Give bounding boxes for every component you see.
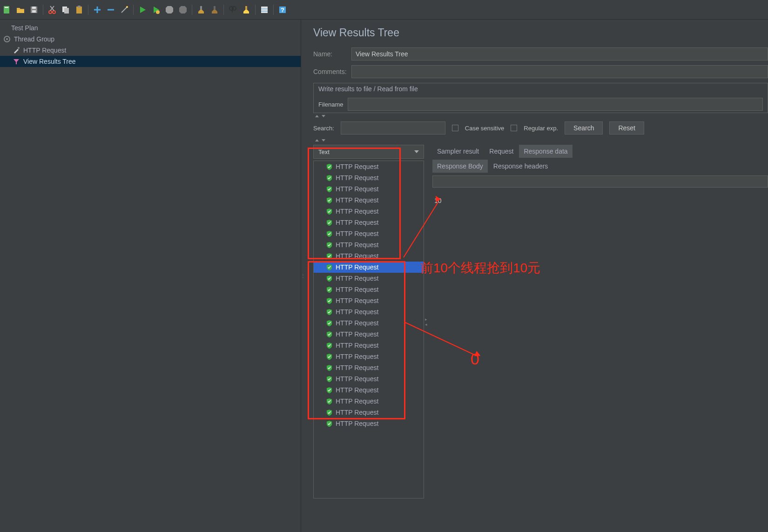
sample-row[interactable]: HTTP Request <box>314 239 424 250</box>
subtab-response-body[interactable]: Response Body <box>432 160 488 173</box>
success-shield-icon <box>326 253 333 260</box>
wand-icon[interactable] <box>118 4 130 16</box>
find-icon[interactable] <box>227 4 239 16</box>
renderer-dropdown[interactable]: Text <box>313 145 424 159</box>
shutdown-icon[interactable] <box>177 4 189 16</box>
stop-icon[interactable] <box>163 4 175 16</box>
page-title: View Results Tree <box>313 27 768 39</box>
clear-icon[interactable] <box>195 4 207 16</box>
paste-icon[interactable] <box>73 4 85 16</box>
sample-row[interactable]: HTTP Request <box>314 217 424 228</box>
function-helper-icon[interactable] <box>258 4 270 16</box>
success-shield-icon <box>326 186 333 193</box>
regex-checkbox[interactable] <box>511 125 517 131</box>
sample-row-label: HTTP Request <box>336 208 378 215</box>
sample-row[interactable]: HTTP Request <box>314 195 424 206</box>
success-shield-icon <box>326 208 333 215</box>
success-shield-icon <box>326 398 333 405</box>
sample-row[interactable]: HTTP Request <box>314 295 424 306</box>
sample-row[interactable]: HTTP Request <box>314 306 424 317</box>
sample-row[interactable]: HTTP Request <box>314 262 424 273</box>
sample-row[interactable]: HTTP Request <box>314 183 424 195</box>
reset-button[interactable]: Reset <box>609 121 644 135</box>
sample-row-label: HTTP Request <box>336 319 378 327</box>
sample-row[interactable]: HTTP Request <box>314 329 424 340</box>
svg-marker-13 <box>166 6 173 13</box>
name-input[interactable] <box>351 47 768 61</box>
help-icon[interactable]: ? <box>276 4 289 16</box>
splitter-vertical[interactable]: ⋮ <box>301 20 305 532</box>
sample-row[interactable]: HTTP Request <box>314 362 424 373</box>
run-no-timers-icon[interactable] <box>150 4 162 16</box>
svg-marker-14 <box>179 6 187 13</box>
copy-icon[interactable] <box>60 4 72 16</box>
details-panel: View Results Tree Name: Comments: Write … <box>305 20 768 532</box>
tree-node-threadgroup[interactable]: Thread Group <box>0 34 301 45</box>
plus-icon[interactable] <box>91 4 103 16</box>
open-icon[interactable] <box>14 4 27 16</box>
sample-row-label: HTTP Request <box>336 241 378 249</box>
success-shield-icon <box>326 409 333 416</box>
search-input[interactable] <box>341 121 445 135</box>
svg-text:?: ? <box>281 7 284 13</box>
sample-row[interactable]: HTTP Request <box>314 172 424 183</box>
reset-search-icon[interactable] <box>240 4 252 16</box>
sample-list[interactable]: HTTP RequestHTTP RequestHTTP RequestHTTP… <box>313 161 424 498</box>
sample-row[interactable]: HTTP Request <box>314 206 424 217</box>
svg-rect-9 <box>76 7 82 13</box>
sample-row-label: HTTP Request <box>336 386 378 394</box>
filename-input[interactable] <box>348 98 763 111</box>
pipette-icon <box>12 46 20 54</box>
sample-row[interactable]: HTTP Request <box>314 418 424 429</box>
sample-row[interactable]: HTTP Request <box>314 396 424 407</box>
sample-row[interactable]: HTTP Request <box>314 228 424 239</box>
sample-row-label: HTTP Request <box>336 252 378 260</box>
tab-sampler-result[interactable]: Sampler result <box>432 145 484 158</box>
tree-node-testplan[interactable]: Test Plan <box>0 22 301 34</box>
sample-row-label: HTTP Request <box>336 364 378 371</box>
search-button[interactable]: Search <box>565 121 603 135</box>
sample-row[interactable]: HTTP Request <box>314 161 424 172</box>
tree-panel: Test Plan Thread Group HTTP Request View… <box>0 20 301 532</box>
new-icon[interactable] <box>1 4 13 16</box>
tab-response-data[interactable]: Response data <box>519 145 572 158</box>
comments-input[interactable] <box>351 65 768 78</box>
sample-row[interactable]: HTTP Request <box>314 373 424 384</box>
sample-row[interactable]: HTTP Request <box>314 384 424 396</box>
sample-row[interactable]: HTTP Request <box>314 273 424 284</box>
splitter-inner[interactable]: ▸◂ <box>424 145 428 498</box>
sample-row[interactable]: HTTP Request <box>314 317 424 329</box>
save-icon[interactable] <box>28 4 40 16</box>
funnel-icon <box>12 57 20 66</box>
sample-row-label: HTTP Request <box>336 174 378 182</box>
clear-all-icon[interactable] <box>209 4 221 16</box>
minus-icon[interactable] <box>105 4 117 16</box>
subtab-response-headers[interactable]: Response headers <box>489 160 553 173</box>
tree-node-viewresultstree[interactable]: View Results Tree <box>0 56 301 67</box>
gear-icon <box>3 35 11 43</box>
collapse-toggle-2[interactable] <box>313 137 768 143</box>
sample-row[interactable]: HTTP Request <box>314 407 424 418</box>
sample-row[interactable]: HTTP Request <box>314 351 424 362</box>
sample-row-label: HTTP Request <box>336 342 378 349</box>
success-shield-icon <box>326 197 333 204</box>
tab-request[interactable]: Request <box>485 145 518 158</box>
response-search-box[interactable] <box>432 175 768 188</box>
response-body-text: 10 <box>432 188 768 214</box>
cut-icon[interactable] <box>46 4 58 16</box>
svg-rect-19 <box>245 6 247 10</box>
sample-row[interactable]: HTTP Request <box>314 340 424 351</box>
svg-rect-4 <box>32 10 36 13</box>
tree-label: Thread Group <box>14 35 54 43</box>
chevron-down-icon <box>414 150 419 153</box>
case-sensitive-checkbox[interactable] <box>452 125 458 131</box>
run-icon[interactable] <box>136 4 148 16</box>
success-shield-icon <box>326 376 333 383</box>
tree-node-httprequest[interactable]: HTTP Request <box>0 45 301 56</box>
sample-row[interactable]: HTTP Request <box>314 284 424 295</box>
svg-rect-20 <box>261 7 268 13</box>
sample-row-label: HTTP Request <box>336 420 378 427</box>
collapse-toggle-1[interactable] <box>313 113 768 119</box>
sample-row[interactable]: HTTP Request <box>314 250 424 262</box>
sample-row-label: HTTP Request <box>336 185 378 193</box>
